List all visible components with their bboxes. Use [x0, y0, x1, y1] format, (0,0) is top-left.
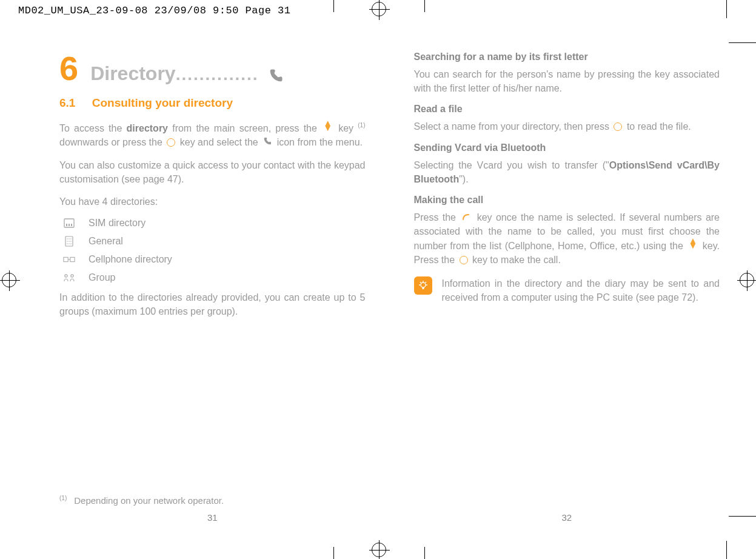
footnote: (1)Depending on your network operator.	[59, 495, 224, 506]
phone-icon	[267, 67, 284, 84]
svg-rect-2	[69, 224, 70, 226]
nav-updown-icon: ▲▼	[688, 238, 697, 247]
svg-line-23	[420, 282, 421, 283]
subheading: Making the call	[414, 195, 720, 206]
svg-point-11	[67, 243, 68, 244]
body-paragraph: You have 4 directories:	[59, 195, 366, 209]
list-item: General	[63, 236, 366, 247]
registration-mark-icon	[372, 2, 386, 16]
crop-mark	[726, 0, 727, 18]
svg-point-9	[69, 241, 70, 242]
body-paragraph: Select a name from your directory, then …	[414, 119, 720, 133]
svg-rect-3	[71, 224, 72, 226]
svg-point-8	[67, 241, 68, 242]
body-paragraph: To access the directory from the main sc…	[59, 121, 366, 150]
lightbulb-icon	[414, 276, 432, 295]
section-number: 6.1	[59, 96, 75, 109]
crop-mark	[333, 547, 334, 559]
svg-point-12	[69, 243, 70, 244]
svg-rect-15	[70, 257, 75, 261]
section-heading: 6.1 Consulting your directory	[59, 96, 366, 110]
subheading: Searching for a name by its first letter	[414, 52, 720, 62]
list-item: Cellphone directory	[63, 254, 366, 265]
list-item: SIM directory	[63, 218, 366, 229]
body-paragraph: You can also customize a quick access to…	[59, 158, 366, 186]
cellphone-icon	[63, 254, 75, 265]
svg-point-10	[70, 241, 72, 242]
list-item-label: Cellphone directory	[89, 254, 172, 265]
body-paragraph: Press the key once the name is selected.…	[414, 210, 720, 267]
tip-text: Information in the directory and the dia…	[442, 276, 720, 304]
crop-mark	[729, 42, 756, 43]
list-item-label: General	[89, 236, 123, 247]
registration-mark-icon	[740, 273, 754, 287]
chapter-title: Directory..............	[90, 62, 365, 85]
directory-list: SIM directory General Cellphone director…	[63, 218, 366, 283]
crop-mark	[333, 0, 334, 12]
svg-line-24	[425, 282, 426, 283]
svg-point-6	[69, 238, 70, 239]
svg-point-17	[65, 274, 67, 276]
print-header: MD02_UM_USA_23-09-08 23/09/08 9:50 Page …	[18, 5, 290, 16]
registration-mark-icon	[372, 543, 386, 557]
group-icon	[63, 272, 75, 283]
body-paragraph: You can search for the person's name by …	[414, 67, 720, 95]
svg-point-5	[67, 238, 68, 239]
ok-key-icon	[167, 138, 175, 147]
ok-key-icon	[614, 122, 622, 131]
list-item-label: SIM directory	[89, 218, 146, 229]
svg-point-18	[71, 274, 73, 276]
subheading: Sending Vcard via Bluetooth	[414, 142, 720, 153]
registration-mark-icon	[2, 273, 16, 287]
list-item-label: Group	[89, 272, 115, 283]
svg-rect-1	[66, 224, 67, 226]
page-right: Searching for a name by its first letter…	[414, 52, 720, 523]
svg-point-19	[421, 283, 426, 287]
nav-updown-icon: ▲▼	[323, 121, 332, 130]
svg-rect-25	[422, 287, 424, 289]
chapter-number: 6	[59, 52, 78, 85]
sim-icon	[63, 218, 75, 229]
list-item: Group	[63, 272, 366, 283]
page-number: 32	[414, 512, 720, 523]
ok-key-icon	[460, 256, 468, 264]
general-icon	[63, 236, 75, 247]
crop-mark	[729, 516, 756, 517]
body-paragraph: In addition to the directories already p…	[59, 290, 366, 318]
page-number: 31	[59, 512, 366, 523]
svg-rect-14	[64, 257, 68, 261]
page-left: 6 Directory.............. 6.1 Consulting…	[59, 52, 366, 523]
svg-point-13	[70, 243, 72, 244]
crop-mark	[424, 0, 425, 12]
crop-mark	[424, 547, 425, 559]
dots-decoration: ..............	[176, 65, 259, 84]
phone-icon	[263, 136, 272, 150]
crop-mark	[726, 541, 727, 559]
section-title: Consulting your directory	[92, 96, 233, 109]
svg-point-7	[70, 238, 72, 239]
subheading: Read a file	[414, 104, 720, 115]
chapter-title-text: Directory	[90, 62, 176, 84]
body-paragraph: Selecting the Vcard you wish to transfer…	[414, 158, 720, 186]
call-key-icon	[461, 212, 471, 221]
tip-callout: Information in the directory and the dia…	[414, 276, 720, 304]
